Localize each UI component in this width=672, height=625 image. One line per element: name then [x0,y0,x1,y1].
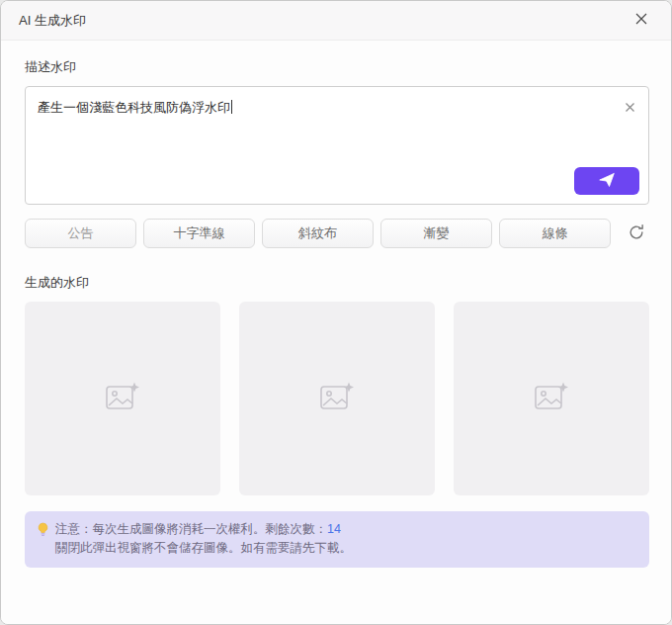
watermark-placeholder-1 [25,302,220,495]
chip-twill[interactable]: 斜紋布 [262,219,374,248]
notice-line-1: 注意：每次生成圖像將消耗一次權利。剩餘次數：14 [55,520,352,539]
dialog-title: AI 生成水印 [19,12,86,30]
chip-lines[interactable]: 線條 [499,219,611,248]
dialog-titlebar: AI 生成水印 [1,1,671,41]
notice-line-2: 關閉此彈出視窗將不會儲存圖像。如有需要請先下載。 [55,539,352,558]
lightbulb-icon [37,522,49,558]
generated-cards [25,302,649,495]
suggestion-chips-row: 公告 十字準線 斜紋布 漸變 線條 [25,219,649,248]
clear-icon [625,101,635,116]
refresh-icon [628,223,645,244]
dialog-body: 描述水印 產生一個淺藍色科技風防偽浮水印 公告 十字準線 斜紋布 漸變 線條 [1,41,671,624]
image-placeholder-icon [105,381,140,416]
generated-label: 生成的水印 [25,274,647,292]
chip-crosshair[interactable]: 十字準線 [143,219,255,248]
image-placeholder-icon [534,381,569,416]
notice-text: 注意：每次生成圖像將消耗一次權利。剩餘次數：14 關閉此彈出視窗將不會儲存圖像。… [55,520,352,558]
remaining-count: 14 [327,522,341,536]
clear-input-button[interactable] [621,99,638,117]
chip-announcement[interactable]: 公告 [25,219,136,248]
watermark-placeholder-2 [239,302,435,495]
close-button[interactable] [628,7,655,35]
describe-label: 描述水印 [25,58,647,76]
watermark-placeholder-3 [454,302,649,495]
prompt-input[interactable]: 產生一個淺藍色科技風防偽浮水印 [25,86,649,205]
chip-gradient[interactable]: 漸變 [380,219,492,248]
close-icon [634,12,648,29]
refresh-suggestions-button[interactable] [624,221,649,246]
text-caret [231,100,232,114]
ai-watermark-dialog: AI 生成水印 描述水印 產生一個淺藍色科技風防偽浮水印 公告 十字 [0,0,672,625]
send-icon [598,172,616,191]
send-button[interactable] [574,167,639,195]
prompt-text: 產生一個淺藍色科技風防偽浮水印 [38,99,615,117]
image-placeholder-icon [319,381,355,416]
notice-banner: 注意：每次生成圖像將消耗一次權利。剩餘次數：14 關閉此彈出視窗將不會儲存圖像。… [25,511,649,568]
